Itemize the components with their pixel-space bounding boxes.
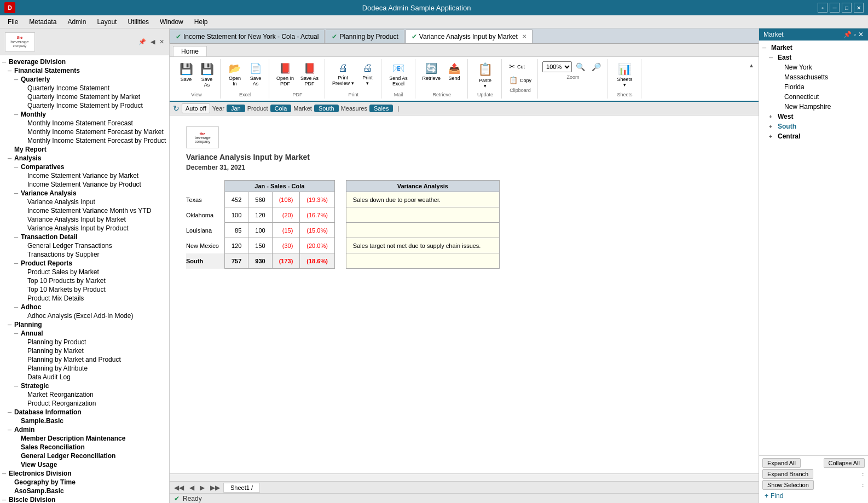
left-tree-item[interactable]: Planning by Product: [0, 338, 169, 346]
left-tree-item[interactable]: Planning by Attribute: [0, 364, 169, 373]
row-variance[interactable]: (15): [272, 223, 300, 238]
sheet-nav-prev[interactable]: ◀: [187, 484, 196, 492]
ribbon-btn-retrieve[interactable]: 🔄 Retrieve: [420, 60, 444, 83]
right-tree-item[interactable]: Massachusetts: [759, 72, 868, 82]
row-actual[interactable]: 85: [224, 223, 248, 238]
left-tree-item[interactable]: ─Monthly: [0, 110, 169, 119]
row-label[interactable]: Texas: [186, 192, 224, 207]
left-tree-item[interactable]: Planning by Market: [0, 346, 169, 355]
sidebar-close-icon[interactable]: ✕: [158, 38, 166, 46]
left-tree-item[interactable]: ─Planning: [0, 320, 169, 329]
ribbon-btn-copy[interactable]: 📋 Copy: [506, 74, 534, 86]
expand-all-button[interactable]: Expand All: [762, 458, 801, 468]
variance-cell[interactable]: [346, 223, 499, 238]
left-tree-item[interactable]: Product Mix Details: [0, 294, 169, 303]
left-tree-item[interactable]: ─Strategic: [0, 381, 169, 390]
left-tree-item[interactable]: ─Product Reports: [0, 259, 169, 268]
row-label[interactable]: New Mexico: [186, 238, 224, 253]
right-tree-item[interactable]: ─East: [759, 53, 868, 62]
left-tree-item[interactable]: ─Quarterly: [0, 75, 169, 84]
ribbon-btn-sheets[interactable]: 📊 Sheets▾: [615, 60, 635, 90]
right-tree-item[interactable]: New Hampshire: [759, 102, 868, 112]
menu-layout[interactable]: Layout: [91, 17, 122, 27]
row-budget[interactable]: 150: [248, 238, 272, 253]
zoom-select[interactable]: 100% 75% 125%: [542, 61, 572, 72]
show-selection-button[interactable]: Show Selection: [762, 480, 814, 490]
left-tree-item[interactable]: Top 10 Products by Market: [0, 276, 169, 285]
panel-pin-icon[interactable]: 📌: [843, 31, 852, 38]
row-variance[interactable]: (173): [272, 253, 300, 269]
left-tree-item[interactable]: Product Sales by Market: [0, 268, 169, 276]
sheet-nav-next[interactable]: ▶: [198, 484, 207, 492]
close-button[interactable]: ✕: [854, 3, 864, 13]
menu-utilities[interactable]: Utilities: [122, 17, 154, 27]
panel-restore-icon[interactable]: ▫: [854, 31, 856, 38]
row-budget[interactable]: 100: [248, 223, 272, 238]
right-tree-item[interactable]: +West: [759, 112, 868, 122]
row-actual[interactable]: 452: [224, 192, 248, 207]
left-tree-item[interactable]: Income Statement Variance by Market: [0, 171, 169, 180]
row-actual[interactable]: 120: [224, 238, 248, 253]
left-tree-item[interactable]: ─Analysis: [0, 154, 169, 163]
ribbon-btn-save-as[interactable]: 💾 SaveAs: [197, 60, 217, 90]
panel-close-icon[interactable]: ✕: [858, 31, 864, 38]
find-button[interactable]: + Find: [762, 491, 865, 501]
left-tree-item[interactable]: Data Audit Log: [0, 373, 169, 381]
zoom-in-button[interactable]: 🔍: [573, 60, 588, 73]
ribbon-btn-cut[interactable]: ✂ Cut: [506, 60, 534, 73]
left-tree-item[interactable]: ─Adhoc: [0, 303, 169, 311]
right-tree-item[interactable]: Connecticut: [759, 92, 868, 102]
ribbon-btn-save-pdf[interactable]: 📕 Save AsPDF: [298, 60, 321, 89]
variance-row[interactable]: Sales target not met due to supply chain…: [346, 238, 499, 253]
variance-cell[interactable]: Sales target not met due to supply chain…: [346, 238, 499, 253]
menu-admin[interactable]: Admin: [62, 17, 91, 27]
left-tree-item[interactable]: Variance Analysis Input: [0, 198, 169, 206]
row-variance[interactable]: (20): [272, 207, 300, 223]
filter-chip-year[interactable]: Jan: [227, 105, 245, 112]
sheet-nav-last[interactable]: ▶▶: [208, 484, 222, 492]
left-tree-item[interactable]: Sample.Basic: [0, 417, 169, 425]
auto-off-button[interactable]: Auto off: [182, 103, 210, 113]
maximize-button[interactable]: □: [842, 3, 852, 13]
left-tree-item[interactable]: ─Annual: [0, 329, 169, 338]
left-tree-item[interactable]: ─Database Information: [0, 408, 169, 417]
refresh-button[interactable]: ↻: [173, 104, 180, 113]
sheet-nav-first[interactable]: ◀◀: [172, 484, 186, 492]
sidebar-pin-icon[interactable]: 📌: [137, 38, 148, 46]
ribbon-btn-print[interactable]: 🖨 Print▾: [358, 60, 378, 88]
ribbon-btn-print-preview[interactable]: 🖨 PrintPreview ▾: [329, 60, 357, 88]
row-actual[interactable]: 757: [224, 253, 248, 269]
left-tree-item[interactable]: Variance Analysis Input by Market: [0, 215, 169, 224]
menu-window[interactable]: Window: [154, 17, 189, 27]
left-tree-item[interactable]: General Ledger Reconciliation: [0, 452, 169, 460]
left-tree-item[interactable]: ─Biscle Division: [0, 495, 169, 503]
row-variance[interactable]: (30): [272, 238, 300, 253]
left-tree-item[interactable]: Quarterly Income Statement by Product: [0, 101, 169, 110]
variance-row[interactable]: [346, 207, 499, 223]
variance-row[interactable]: [346, 253, 499, 269]
sheet-tab-sheet1[interactable]: Sheet1 /: [223, 483, 260, 493]
left-tree-item[interactable]: ─Financial Statements: [0, 66, 169, 75]
left-tree-item[interactable]: Income Statement Variance by Product: [0, 180, 169, 189]
restore-button[interactable]: ▫: [818, 3, 828, 13]
left-tree-item[interactable]: View Usage: [0, 460, 169, 469]
row-label[interactable]: Louisiana: [186, 223, 224, 238]
menu-help[interactable]: Help: [189, 17, 213, 27]
ribbon-btn-send-excel[interactable]: 📧 Send AsExcel: [386, 60, 410, 89]
expand-branch-button[interactable]: Expand Branch: [762, 469, 813, 479]
left-tree-item[interactable]: Variance Analysis Input by Product: [0, 224, 169, 233]
ribbon-btn-open-pdf[interactable]: 📕 Open InPDF: [274, 60, 297, 89]
left-tree-item[interactable]: Member Description Maintenance: [0, 434, 169, 443]
ribbon-btn-open-in[interactable]: 📂 OpenIn: [225, 60, 245, 89]
variance-cell[interactable]: Sales down due to poor weather.: [346, 192, 499, 207]
sidebar-collapse-icon[interactable]: ◀: [149, 38, 157, 46]
ribbon-btn-save[interactable]: 💾 Save: [176, 60, 196, 84]
left-tree-item[interactable]: General Ledger Transactions: [0, 241, 169, 250]
tab-income-statement[interactable]: ✔ Income Statement for New York - Cola -…: [170, 30, 325, 43]
home-tab-button[interactable]: Home: [173, 46, 207, 56]
filter-chip-product[interactable]: Cola: [270, 105, 292, 112]
row-budget[interactable]: 560: [248, 192, 272, 207]
row-actual[interactable]: 100: [224, 207, 248, 223]
left-tree-item[interactable]: My Report: [0, 145, 169, 154]
left-tree-item[interactable]: ─Comparatives: [0, 163, 169, 171]
